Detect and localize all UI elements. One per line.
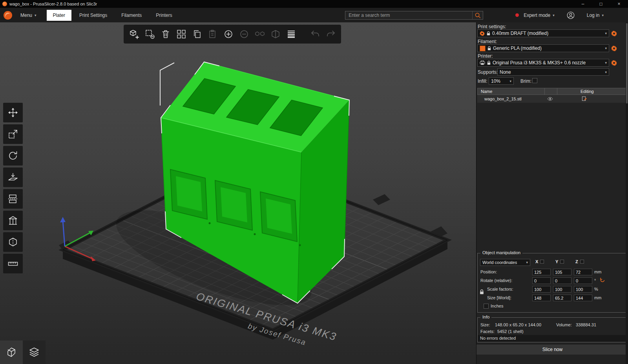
viewport-3d[interactable]: ORIGINAL PRUSA i3 MK3 by Josef Prusa: [0, 22, 476, 364]
tab-print-settings[interactable]: Print Settings: [73, 10, 113, 21]
mode-selector[interactable]: Expert mode ▾: [524, 13, 555, 18]
add-object-button[interactable]: [127, 26, 141, 42]
object-manipulation-group: Object manipulation World coordinates ▾ …: [477, 253, 627, 313]
eye-icon: [547, 97, 553, 101]
object-name: wago_box_2_15.stl: [484, 96, 522, 101]
inches-checkbox[interactable]: [484, 304, 489, 309]
lock-icon: [487, 61, 491, 65]
visibility-toggle-button[interactable]: [547, 97, 553, 101]
print-settings-value: 0.40mm DRAFT (modified): [492, 31, 548, 36]
rotate-y-input[interactable]: [553, 277, 571, 284]
tab-plater[interactable]: Plater: [47, 10, 71, 21]
chevron-down-icon: ▾: [526, 260, 528, 264]
printer-select[interactable]: Original Prusa i3 MK3S & MK3S+ 0.6 nozzl…: [477, 59, 609, 67]
info-facets-value: 5452 (1 shell): [497, 329, 524, 334]
filament-color-swatch: [480, 46, 486, 51]
search-icon[interactable]: [472, 11, 483, 19]
chevron-down-icon: ▾: [553, 13, 555, 17]
delete-all-button[interactable]: [158, 26, 173, 42]
chevron-down-icon: ▾: [605, 46, 607, 50]
coordinates-select[interactable]: World coordinates ▾: [480, 259, 530, 266]
printer-gear-button[interactable]: [611, 60, 617, 66]
size-z-input[interactable]: [574, 295, 592, 301]
inches-label: Inches: [491, 304, 503, 308]
info-size-label: Size:: [480, 322, 490, 327]
avatar-icon: [566, 11, 575, 20]
position-y-input[interactable]: [553, 269, 571, 275]
editor-view-button[interactable]: [0, 340, 23, 364]
measure-tool-button[interactable]: [3, 254, 23, 273]
filament-select[interactable]: Generic PLA (modified) ▾: [477, 44, 609, 52]
mode-indicator-dot: [515, 13, 519, 17]
edit-object-button[interactable]: [582, 96, 587, 101]
scale-z-input[interactable]: [574, 286, 592, 293]
preview-view-button[interactable]: [23, 340, 46, 364]
errors-status-text: No errors detected: [480, 336, 516, 340]
maximize-button[interactable]: □: [592, 0, 610, 8]
delete-object-button[interactable]: [142, 26, 157, 42]
remove-instance-button[interactable]: [237, 26, 251, 42]
coordinates-value: World coordinates: [482, 260, 517, 265]
split-to-objects-button[interactable]: [252, 26, 267, 42]
chevron-down-icon: ▾: [602, 13, 604, 17]
size-unit: mm: [594, 295, 601, 300]
print-settings-icon: [480, 31, 485, 36]
paint-supports-tool-button[interactable]: [3, 211, 23, 230]
slice-now-button[interactable]: Slice now: [476, 344, 628, 355]
main-menu-button[interactable]: Menu ▾: [16, 10, 40, 20]
scale-tool-button[interactable]: [3, 124, 23, 144]
split-to-parts-button[interactable]: [268, 26, 283, 42]
chevron-down-icon: ▾: [509, 79, 511, 83]
size-x-input[interactable]: [532, 295, 551, 301]
move-tool-button[interactable]: [3, 103, 23, 122]
place-on-face-tool-button[interactable]: [3, 167, 23, 187]
brim-label: Brim:: [520, 78, 531, 84]
rotate-x-input[interactable]: [532, 277, 551, 284]
seam-painting-tool-button[interactable]: [3, 232, 23, 252]
add-instance-button[interactable]: [221, 26, 236, 42]
position-z-input[interactable]: [574, 269, 592, 275]
variable-layer-height-button[interactable]: [284, 26, 298, 42]
redo-button[interactable]: [323, 26, 338, 42]
view-switch: [0, 340, 46, 364]
brim-checkbox[interactable]: [532, 78, 537, 83]
minimize-button[interactable]: –: [574, 0, 592, 8]
rotate-z-input[interactable]: [574, 277, 592, 284]
name-column-header: Name: [481, 89, 492, 94]
info-size-value: 148.00 x 65.20 x 144.00: [495, 322, 541, 327]
account-button[interactable]: [566, 11, 575, 20]
print-settings-gear-button[interactable]: [611, 30, 617, 36]
tab-printers[interactable]: Printers: [150, 10, 178, 21]
viewport-3d-scene[interactable]: ORIGINAL PRUSA i3 MK3 by Josef Prusa: [0, 22, 476, 364]
undo-button[interactable]: [308, 26, 322, 42]
axis-y-checkbox[interactable]: [560, 260, 564, 264]
axis-x-checkbox[interactable]: [540, 260, 544, 264]
chevron-down-icon: ▾: [35, 13, 37, 17]
close-button[interactable]: ×: [610, 0, 628, 8]
infill-select[interactable]: 10% ▾: [489, 77, 514, 85]
scale-y-input[interactable]: [553, 286, 571, 293]
position-x-input[interactable]: [532, 269, 551, 275]
chevron-down-icon: ▾: [605, 31, 607, 35]
supports-select[interactable]: None ▾: [497, 68, 609, 76]
rotate-tool-button[interactable]: [3, 146, 23, 166]
object-list-row[interactable]: wago_box_2_15.stl: [477, 95, 628, 103]
print-settings-select[interactable]: 0.40mm DRAFT (modified) ▾: [477, 29, 609, 37]
login-button[interactable]: Log in ▾: [587, 13, 604, 18]
arrange-button[interactable]: [174, 26, 188, 42]
filament-gear-button[interactable]: [611, 45, 617, 51]
size-y-input[interactable]: [553, 295, 571, 301]
uniform-scale-lock-button[interactable]: [480, 289, 484, 295]
panel-scrollbar: [626, 22, 628, 364]
reset-rotation-button[interactable]: [600, 277, 605, 283]
scrollbar-thumb[interactable]: [626, 23, 628, 104]
axis-z-checkbox[interactable]: [580, 260, 584, 264]
editing-column-header: Editing: [581, 89, 594, 94]
tab-filaments[interactable]: Filaments: [115, 10, 148, 21]
copy-button[interactable]: [190, 26, 204, 42]
prusaslicer-window: wago_box - PrusaSlicer-2.8.0 based on Sl…: [0, 0, 628, 364]
paste-button[interactable]: [205, 26, 220, 42]
cut-tool-button[interactable]: [3, 189, 23, 209]
search-input[interactable]: [345, 13, 472, 18]
scale-x-input[interactable]: [532, 286, 551, 293]
